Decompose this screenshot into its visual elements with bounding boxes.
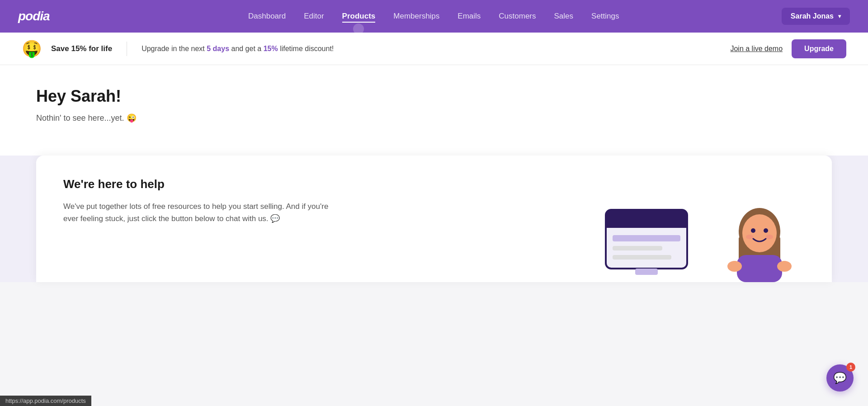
help-card-wrapper: We're here to help We've put together lo…	[0, 156, 868, 282]
svg-point-12	[746, 235, 753, 239]
browser-status-bar: https://app.podia.com/products	[0, 396, 91, 406]
main-content: Hey Sarah! Nothin' to see here...yet. 😜	[0, 65, 868, 156]
promo-banner: 🤑 Save 15% for life Upgrade in the next …	[0, 33, 868, 65]
join-live-demo-link[interactable]: Join a live demo	[730, 45, 783, 53]
lower-section: We're here to help We've put together lo…	[0, 156, 868, 282]
svg-rect-6	[635, 269, 658, 275]
svg-point-13	[766, 235, 773, 239]
svg-point-10	[751, 228, 755, 233]
chat-icon: 💬	[833, 372, 847, 384]
nav-link-sales[interactable]: Sales	[554, 10, 574, 23]
logo[interactable]: podia	[18, 9, 50, 24]
svg-point-15	[727, 261, 742, 272]
nav-link-products[interactable]: Products	[342, 10, 376, 23]
banner-emoji: 🤑	[22, 39, 42, 58]
chevron-down-icon: ▾	[838, 13, 841, 19]
computer-screen-illustration	[597, 201, 696, 282]
banner-pct-highlight: 15%	[264, 45, 278, 52]
banner-actions: Join a live demo Upgrade	[730, 39, 846, 58]
svg-rect-5	[613, 255, 671, 260]
svg-point-9	[742, 214, 777, 252]
svg-rect-14	[737, 255, 782, 282]
nav-link-editor[interactable]: Editor	[304, 10, 324, 23]
nav-links: Dashboard Editor Products Memberships Em…	[86, 10, 782, 23]
banner-divider	[127, 42, 127, 56]
greeting-heading: Hey Sarah!	[36, 87, 832, 106]
user-name-label: Sarah Jonas	[791, 12, 834, 20]
help-card: We're here to help We've put together lo…	[36, 156, 832, 282]
svg-rect-2	[606, 221, 687, 228]
svg-rect-4	[613, 246, 662, 250]
help-illustrations	[597, 201, 796, 282]
user-menu-button[interactable]: Sarah Jonas ▾	[782, 8, 850, 25]
upgrade-button[interactable]: Upgrade	[792, 39, 846, 58]
nav-link-customers[interactable]: Customers	[499, 10, 536, 23]
nav-link-settings[interactable]: Settings	[591, 10, 619, 23]
nav-link-emails[interactable]: Emails	[458, 10, 481, 23]
banner-text-middle: and get a	[229, 45, 264, 52]
subtitle-text: Nothin' to see here...yet. 😜	[36, 113, 832, 123]
help-text-section: We're here to help We've put together lo…	[63, 177, 335, 225]
banner-title: Save 15% for life	[51, 44, 112, 53]
svg-rect-3	[613, 235, 680, 241]
banner-text-after: lifetime discount!	[278, 45, 334, 52]
chat-notification-badge: 1	[846, 363, 855, 372]
help-description: We've put together lots of free resource…	[63, 200, 335, 225]
banner-days-highlight: 5 days	[207, 45, 229, 52]
help-title: We're here to help	[63, 177, 335, 191]
chat-bubble[interactable]: 💬 1	[826, 364, 854, 392]
banner-description: Upgrade in the next 5 days and get a 15%…	[142, 45, 721, 53]
nav-link-memberships[interactable]: Memberships	[393, 10, 439, 23]
banner-text-before: Upgrade in the next	[142, 45, 207, 52]
svg-point-11	[764, 228, 768, 233]
navigation: podia Dashboard Editor Products Membersh…	[0, 0, 868, 33]
svg-point-16	[777, 261, 792, 272]
nav-link-dashboard[interactable]: Dashboard	[248, 10, 286, 23]
person-illustration	[723, 201, 796, 282]
